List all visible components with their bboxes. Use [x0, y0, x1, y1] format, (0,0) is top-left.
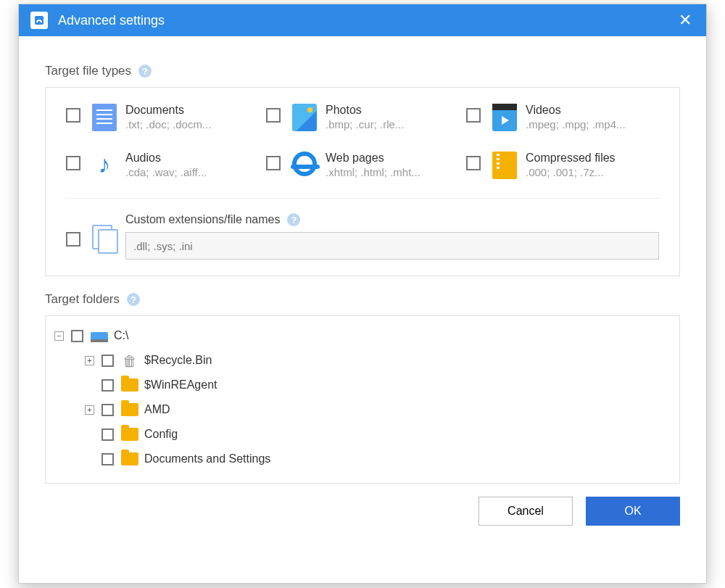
titlebar: Advanced settings ✕	[19, 4, 706, 36]
tree-label: Documents and Settings	[144, 452, 270, 465]
file-types-panel: Documents .txt; .doc; .docm... Photos .b…	[45, 87, 680, 276]
checkbox-videos[interactable]	[466, 108, 481, 123]
file-type-title: Documents	[125, 104, 211, 117]
expand-icon[interactable]: +	[85, 356, 94, 365]
app-icon	[30, 12, 48, 29]
tree-root: − C:\	[54, 323, 671, 348]
divider	[66, 198, 659, 199]
trash-icon: 🗑	[121, 353, 138, 368]
audios-icon: ♪	[92, 152, 117, 179]
checkbox-audios[interactable]	[66, 156, 80, 170]
checkbox-custom[interactable]	[66, 232, 80, 247]
cancel-button[interactable]: Cancel	[478, 497, 573, 526]
checkbox-webpages[interactable]	[266, 156, 281, 170]
tree-item: Config	[54, 422, 671, 447]
file-type-documents: Documents .txt; .doc; .docm...	[66, 104, 259, 131]
videos-icon	[492, 104, 517, 131]
tree-label: AMD	[144, 403, 170, 416]
file-type-title: Compressed files	[526, 152, 616, 165]
checkbox-folder[interactable]	[102, 355, 114, 367]
tree-item: $WinREAgent	[54, 373, 671, 397]
file-type-compressed: Compressed files .000; .001; .7z...	[466, 152, 659, 179]
file-type-exts: .txt; .doc; .docm...	[125, 118, 211, 131]
file-type-audios: ♪ Audios .cda; .wav; .aiff...	[66, 152, 259, 179]
checkbox-folder[interactable]	[102, 453, 114, 465]
ok-button[interactable]: OK	[586, 497, 680, 526]
collapse-icon[interactable]: −	[54, 331, 64, 341]
file-type-webpages: Web pages .xhtml; .html; .mht...	[266, 152, 459, 179]
section-folders-label: Target folders	[45, 292, 120, 307]
checkbox-compressed[interactable]	[466, 156, 481, 170]
tree-item: + 🗑 $Recycle.Bin	[54, 348, 671, 373]
file-type-title: Photos	[326, 104, 404, 117]
webpages-icon	[292, 152, 317, 179]
checkbox-folder[interactable]	[102, 404, 114, 416]
folder-tree[interactable]: − C:\ + 🗑 $Recycle.Bin $WinREAgent	[45, 315, 680, 484]
custom-extensions-input[interactable]	[125, 232, 659, 260]
file-type-exts: .xhtml; .html; .mht...	[326, 166, 420, 178]
checkbox-folder[interactable]	[102, 428, 114, 441]
file-type-exts: .cda; .wav; .aiff...	[125, 166, 207, 178]
folder-icon	[121, 428, 138, 441]
section-file-types-label: Target file types	[45, 64, 131, 78]
checkbox-documents[interactable]	[66, 108, 80, 123]
tree-item: + AMD	[54, 397, 671, 422]
expand-placeholder	[85, 381, 94, 390]
tree-item: Documents and Settings	[54, 447, 671, 471]
file-type-title: Audios	[125, 152, 207, 165]
checkbox-photos[interactable]	[266, 108, 281, 123]
window-title: Advanced settings	[58, 13, 165, 28]
file-type-exts: .000; .001; .7z...	[526, 166, 616, 178]
help-icon[interactable]: ?	[127, 293, 140, 306]
files-icon	[92, 225, 117, 252]
custom-extensions-row: Custom extensions/file names ?	[66, 213, 659, 260]
file-type-title: Videos	[526, 104, 626, 117]
expand-placeholder	[85, 455, 94, 464]
checkbox-folder[interactable]	[102, 379, 114, 392]
folder-icon	[121, 378, 138, 392]
compressed-icon	[492, 152, 517, 179]
close-icon[interactable]: ✕	[676, 11, 695, 30]
custom-extensions-label: Custom extensions/file names	[125, 213, 280, 226]
folder-icon	[121, 452, 138, 465]
expand-placeholder	[85, 430, 94, 439]
tree-label: Config	[144, 428, 178, 441]
tree-label: C:\	[114, 329, 128, 342]
expand-icon[interactable]: +	[85, 405, 94, 415]
file-type-videos: Videos .mpeg; .mpg; .mp4...	[466, 104, 659, 131]
tree-label: $Recycle.Bin	[144, 354, 212, 367]
file-type-photos: Photos .bmp; .cur; .rle...	[266, 104, 459, 131]
drive-icon	[91, 332, 108, 342]
file-type-exts: .bmp; .cur; .rle...	[326, 118, 404, 131]
file-type-title: Web pages	[326, 152, 420, 165]
checkbox-drive-c[interactable]	[71, 330, 83, 342]
folder-icon	[121, 403, 138, 416]
advanced-settings-dialog: Advanced settings ✕ Target file types ? …	[18, 4, 707, 584]
documents-icon	[92, 104, 117, 131]
photos-icon	[292, 104, 317, 131]
section-folders: Target folders ?	[45, 292, 680, 307]
section-file-types: Target file types ?	[45, 64, 680, 78]
help-icon[interactable]: ?	[138, 65, 152, 78]
file-type-exts: .mpeg; .mpg; .mp4...	[526, 118, 626, 131]
tree-label: $WinREAgent	[144, 378, 218, 392]
dialog-buttons: Cancel OK	[19, 484, 706, 526]
help-icon[interactable]: ?	[287, 213, 300, 226]
